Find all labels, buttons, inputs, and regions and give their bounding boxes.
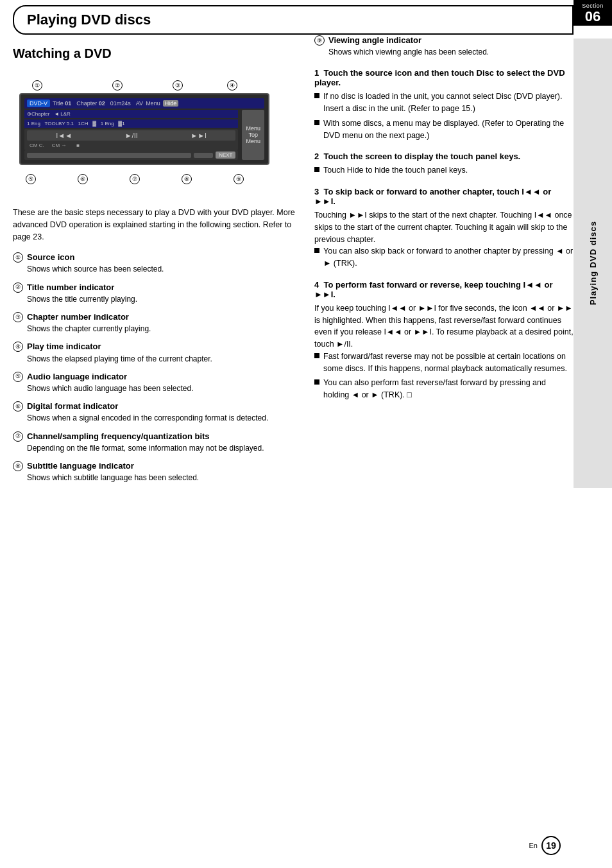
bullet-item: You can also skip back or forward to ano…: [314, 245, 574, 270]
indicator-title: Title number indicator: [27, 282, 114, 292]
indicator-title-9: Viewing angle indicator: [328, 35, 421, 45]
bullet-item: You can also perform fast reverse/fast f…: [314, 377, 574, 401]
indicator-body: Shows the elapsed playing time of the cu…: [27, 354, 212, 363]
page-number: 19: [541, 836, 561, 855]
bullet-icon: [314, 167, 319, 172]
page-header: Playing DVD discs: [13, 5, 574, 35]
bullet-item: If no disc is loaded in the unit, you ca…: [314, 91, 574, 115]
dvd-display: DVD-V Title 01 Chapter 02 01m24s AV Menu…: [19, 93, 269, 165]
step-heading-1: 1 Touch the source icon and then touch D…: [314, 68, 574, 87]
bullet-text: Touch Hide to hide the touch panel keys.: [323, 164, 468, 177]
indicator-body: Shows which source has been selected.: [27, 265, 164, 273]
annot-2: ②: [112, 80, 123, 91]
intro-paragraph: These are the basic steps necessary to p…: [13, 207, 295, 243]
indicator-item: ⑧ Subtitle language indicator Shows whic…: [13, 460, 295, 483]
step-section-2: 2 Touch the screen to display the touch …: [314, 152, 574, 177]
bullet-text: You can also perform fast reverse/fast f…: [323, 377, 574, 401]
sidebar-label: Playing DVD discs: [588, 221, 598, 305]
indicator-item: ③ Chapter number indicator Shows the cha…: [13, 311, 295, 334]
indicator-body: Shows when a signal encoded in the corre…: [27, 413, 268, 422]
section-number: 06: [574, 9, 612, 24]
right-column: ⑨ Viewing angle indicator Shows which vi…: [308, 35, 574, 490]
bullet-text: You can also skip back or forward to ano…: [323, 245, 574, 270]
step-heading-3: 3 To skip back or forward to another cha…: [314, 187, 574, 206]
lang-label: En: [529, 842, 538, 849]
step-body-4: If you keep touching I◄◄ or ►►I for five…: [314, 302, 574, 351]
bullet-text: With some discs, a menu may be displayed…: [323, 117, 574, 142]
bullet-icon: [314, 353, 319, 358]
dvd-bottom: NEXT: [24, 150, 238, 160]
indicator-title: Subtitle language indicator: [27, 461, 134, 471]
bullet-item: With some discs, a menu may be displayed…: [314, 117, 574, 142]
dvd-menu-label: Menu: [246, 125, 260, 132]
indicator-item: ⑥ Digital format indicator Shows when a …: [13, 401, 295, 424]
indicator-title: Play time indicator: [27, 342, 101, 351]
bullet-item: Touch Hide to hide the touch panel keys.: [314, 164, 574, 177]
indicator-number: ⑦: [13, 431, 23, 442]
indicator-body: Shows the title currently playing.: [27, 295, 137, 304]
dvd-row3: 1 Eng TOOLBY 5.1 1CH ▓ 1 Eng ▓1: [24, 119, 238, 128]
indicator-number: ③: [13, 312, 23, 322]
annot-5: ⑤: [26, 174, 36, 184]
step-heading-4: 4 To perform fast forward or reverse, ke…: [314, 280, 574, 299]
bullet-item: Fast forward/fast reverse may not be pos…: [314, 351, 574, 375]
annot-9: ⑨: [234, 174, 244, 184]
annot-8: ⑧: [182, 174, 192, 184]
indicator-title: Digital format indicator: [27, 401, 118, 411]
step-section-4: 4 To perform fast forward or reverse, ke…: [314, 280, 574, 401]
step-section-1: 1 Touch the source icon and then touch D…: [314, 68, 574, 141]
indicator-title: Chapter number indicator: [27, 312, 129, 322]
indicator-body-9: Shows which viewing angle has been selec…: [328, 48, 489, 56]
indicator-body: Depending on the file format, some infor…: [27, 444, 264, 453]
step-heading-2: 2 Touch the screen to display the touch …: [314, 152, 574, 161]
indicator-number: ④: [13, 342, 23, 352]
bullet-icon: [314, 248, 319, 253]
indicator-body: Shows which audio language has been sele…: [27, 384, 194, 393]
bullet-text: Fast forward/fast reverse may not be pos…: [323, 351, 574, 375]
indicator-number: ⑥: [13, 401, 23, 412]
indicator-item: ⑤ Audio language indicator Shows which a…: [13, 371, 295, 394]
indicator-body: Shows the chapter currently playing.: [27, 324, 151, 333]
main-content: Watching a DVD ① ② ③ ④ DVD-V Title 01 Ch…: [0, 35, 574, 490]
annot-3: ③: [173, 80, 183, 91]
left-column: Watching a DVD ① ② ③ ④ DVD-V Title 01 Ch…: [13, 35, 308, 490]
bullet-icon: [314, 379, 319, 385]
dvd-row1: DVD-V Title 01 Chapter 02 01m24s AV Menu…: [24, 98, 264, 108]
dvd-topmenu-label2: Menu: [246, 138, 260, 144]
indicator-item: ① Source icon Shows which source has bee…: [13, 252, 295, 275]
indicator-item-9: ⑨ Viewing angle indicator Shows which vi…: [314, 35, 574, 58]
indicator-item: ④ Play time indicator Shows the elapsed …: [13, 341, 295, 364]
bullet-icon: [314, 120, 319, 125]
indicator-number: ⑤: [13, 372, 23, 382]
right-sidebar: Playing DVD discs: [574, 39, 612, 488]
indicator-title: Source icon: [27, 252, 74, 262]
indicator-number-9: ⑨: [314, 35, 325, 46]
section-tab: Section 06: [574, 0, 612, 26]
page-title: Playing DVD discs: [27, 12, 151, 28]
dvd-row2: ⊕Chapter ◄ L&R: [24, 110, 238, 118]
annot-1: ①: [32, 80, 42, 91]
indicator-title: Channel/sampling frequency/quantization …: [27, 431, 210, 441]
indicator-body: Shows which subtitle language has been s…: [27, 473, 199, 482]
bullet-text: If no disc is loaded in the unit, you ca…: [323, 91, 574, 115]
section-heading: Watching a DVD: [13, 46, 295, 61]
indicator-number: ②: [13, 282, 23, 293]
annot-7: ⑦: [130, 174, 140, 184]
page-footer: En 19: [529, 836, 561, 855]
bullet-icon: [314, 93, 319, 98]
indicator-title: Audio language indicator: [27, 372, 127, 381]
annot-4: ④: [227, 80, 237, 91]
indicator-item: ② Title number indicator Shows the title…: [13, 282, 295, 305]
indicator-number: ⑧: [13, 461, 23, 471]
dvd-controls: I◄◄ ►/II ►►I: [27, 130, 235, 141]
indicator-item: ⑦ Channel/sampling frequency/quantizatio…: [13, 431, 295, 454]
step-section-3: 3 To skip back or forward to another cha…: [314, 187, 574, 270]
dvd-display-wrapper: ① ② ③ ④ DVD-V Title 01 Chapter 02 01m24s…: [19, 80, 295, 184]
indicator-number: ①: [13, 252, 23, 263]
indicators-list: ① Source icon Shows which source has bee…: [13, 252, 295, 483]
annot-6: ⑥: [78, 174, 88, 184]
step-body-3: Touching ►►I skips to the start of the n…: [314, 209, 574, 245]
dvd-topmenu-label: Top: [248, 132, 258, 138]
